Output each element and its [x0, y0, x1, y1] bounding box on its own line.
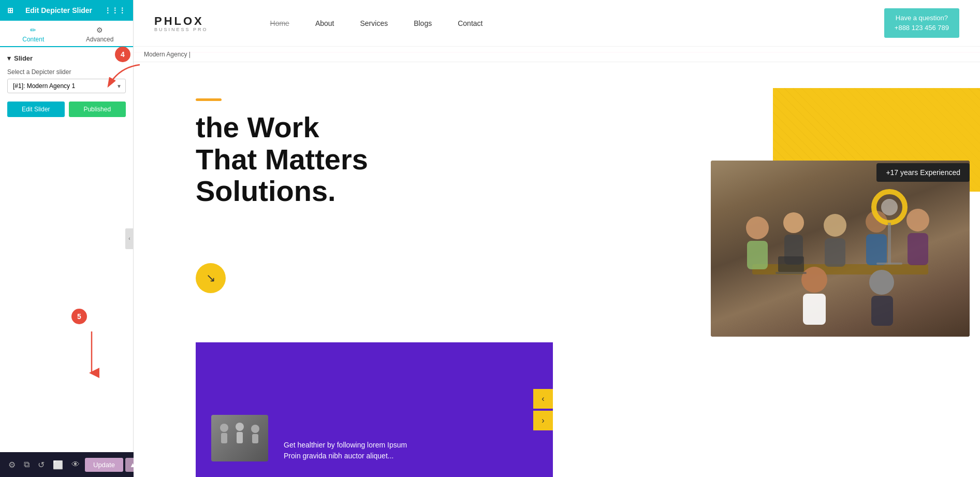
purple-card: Get healthier by following lorem Ipsum P…	[196, 342, 553, 477]
svg-rect-4	[221, 433, 227, 443]
nav-blogs[interactable]: Blogs	[414, 19, 432, 27]
svg-point-18	[906, 209, 929, 232]
annotation-arrow-5	[84, 331, 99, 380]
pencil-icon: ✏	[30, 26, 36, 34]
update-button[interactable]: Update	[85, 458, 123, 472]
svg-point-22	[869, 270, 894, 295]
breadcrumb-text: Modern Agency |	[144, 51, 191, 58]
svg-point-14	[824, 214, 846, 237]
meeting-photo-inner	[711, 161, 970, 337]
hero-text-area: the Work That Matters Solutions.	[196, 98, 368, 207]
svg-rect-23	[871, 296, 893, 326]
panel-collapse-tab[interactable]: ‹	[125, 228, 134, 249]
purple-card-line1: Get healthier by following lorem Ipsum	[284, 440, 407, 451]
panel-title: Edit Depicter Slider	[25, 6, 92, 15]
hero-title: the Work That Matters Solutions.	[196, 111, 368, 207]
gear-tab-icon: ⚙	[96, 26, 103, 34]
nav-home[interactable]: Home	[270, 19, 289, 27]
svg-rect-21	[803, 294, 826, 325]
logo-area: PHLOX BUSINESS PRO	[154, 15, 208, 32]
nav-bar: PHLOX BUSINESS PRO Home About Services B…	[134, 0, 980, 47]
svg-rect-19	[908, 233, 928, 265]
slider-section-title: Slider	[14, 54, 33, 62]
svg-point-12	[783, 212, 804, 233]
svg-rect-11	[747, 241, 768, 269]
bottom-toolbar: ⚙ ⧉ ↺ ⬜ 👁 Update ▲	[0, 452, 134, 477]
nav-about[interactable]: About	[315, 19, 334, 27]
panel-header: ⊞ Edit Depicter Slider ⋮⋮⋮	[0, 0, 133, 21]
tab-content-label: Content	[22, 36, 44, 43]
edit-slider-button[interactable]: Edit Slider	[7, 102, 65, 117]
annotation-badge-5: 5	[71, 309, 87, 324]
purple-card-img-placeholder	[211, 415, 268, 461]
svg-point-7	[251, 425, 259, 433]
purple-card-line2: Proin gravida nibh auctor aliquet...	[284, 451, 407, 461]
svg-rect-15	[825, 238, 845, 267]
svg-rect-24	[778, 256, 804, 272]
panel-header-left-icons: ⊞	[7, 6, 13, 15]
settings-icon[interactable]: ⚙	[5, 457, 19, 473]
slider-section-header: ▾ Slider	[7, 54, 126, 62]
svg-point-20	[801, 267, 827, 293]
purple-nav-next[interactable]: ›	[533, 411, 553, 430]
hero-section: the Work That Matters Solutions. ↘	[134, 47, 980, 477]
annotation-arrow-4	[104, 62, 145, 95]
panel-body: ▾ Slider Select a Depicter slider [#1]: …	[0, 47, 133, 477]
nav-links: Home About Services Blogs Contact	[270, 19, 884, 27]
purple-card-nav: ‹ ›	[533, 389, 553, 430]
breadcrumb-bar: Modern Agency |	[134, 47, 980, 62]
experience-badge: +17 years Experienced	[876, 163, 970, 182]
slider-buttons-row: Edit Slider Published	[7, 102, 126, 117]
tab-advanced[interactable]: ⚙ Advanced	[67, 21, 134, 46]
svg-rect-28	[888, 223, 891, 264]
purple-card-image	[211, 415, 268, 461]
circle-arrow-button[interactable]: ↘	[196, 263, 226, 293]
svg-point-10	[746, 216, 769, 239]
eye-icon[interactable]: 👁	[68, 457, 83, 472]
right-collage: +17 years Experienced	[711, 88, 980, 383]
svg-rect-17	[866, 234, 887, 265]
svg-rect-8	[252, 434, 258, 443]
tab-advanced-label: Advanced	[86, 36, 113, 43]
panel-header-right-icons: ⋮⋮⋮	[104, 6, 126, 15]
layers-icon[interactable]: ⧉	[21, 457, 33, 472]
purple-nav-prev[interactable]: ‹	[533, 389, 553, 409]
logo-sub: BUSINESS PRO	[154, 27, 208, 32]
tab-content[interactable]: ✏ Content	[0, 21, 67, 47]
hero-title-line2: That Matters	[196, 143, 368, 176]
nav-contact[interactable]: Contact	[458, 19, 482, 27]
hero-title-line3: Solutions.	[196, 175, 368, 207]
svg-point-5	[236, 423, 244, 431]
chevron-down-icon: ▾	[7, 54, 11, 62]
main-content-area: PHLOX BUSINESS PRO Home About Services B…	[134, 0, 980, 477]
panel-tabs: ✏ Content ⚙ Advanced	[0, 21, 133, 47]
menu-icon[interactable]: ⋮⋮⋮	[104, 6, 126, 15]
logo-text: PHLOX	[154, 15, 208, 28]
svg-point-27	[881, 199, 898, 215]
svg-rect-6	[237, 432, 243, 443]
annotation-badge-4: 4	[115, 47, 130, 62]
nav-services[interactable]: Services	[360, 19, 388, 27]
cta-phone: +888 123 456 789	[895, 23, 949, 33]
svg-point-3	[220, 424, 228, 432]
hero-title-line1: the Work	[196, 111, 368, 143]
hero-yellow-bar	[196, 98, 222, 101]
frame-icon[interactable]: ⬜	[50, 457, 66, 473]
arrow-down-right-icon: ↘	[206, 271, 215, 285]
purple-card-text: Get healthier by following lorem Ipsum P…	[284, 440, 407, 461]
nav-cta[interactable]: Have a question? +888 123 456 789	[884, 8, 959, 37]
svg-rect-29	[876, 263, 902, 265]
history-icon[interactable]: ↺	[35, 457, 48, 473]
chevron-left-icon: ‹	[542, 394, 544, 403]
chevron-right-icon: ›	[542, 416, 544, 425]
meeting-photo	[711, 161, 970, 337]
svg-rect-25	[776, 272, 807, 274]
grid-icon[interactable]: ⊞	[7, 6, 13, 15]
cta-line1: Have a question?	[895, 13, 949, 23]
published-button[interactable]: Published	[69, 102, 126, 117]
